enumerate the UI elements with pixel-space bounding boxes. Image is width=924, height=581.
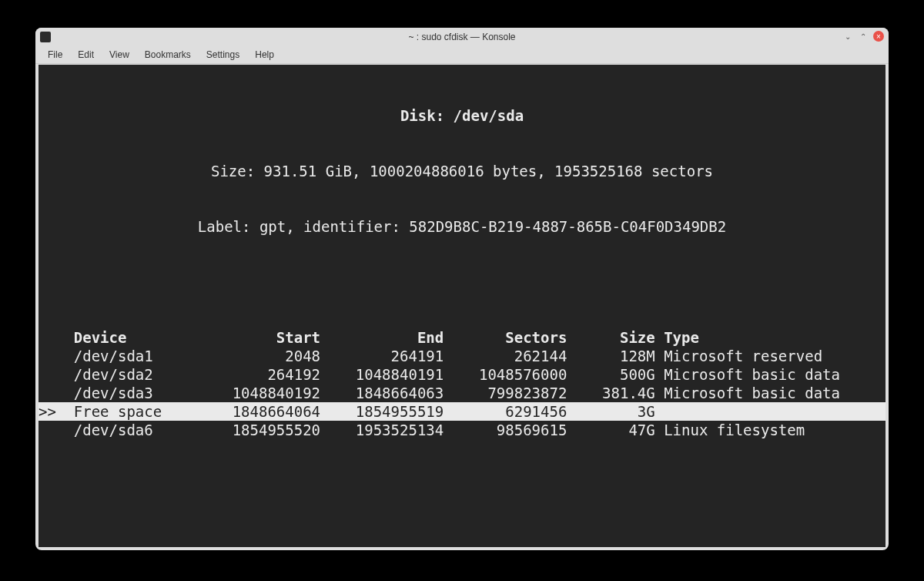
menu-file[interactable]: File — [40, 48, 70, 62]
menu-view[interactable]: View — [102, 48, 137, 62]
spacer — [38, 495, 886, 547]
close-button[interactable]: × — [873, 31, 884, 42]
partition-table: Device Start End Sectors Size Type /dev/… — [38, 328, 886, 439]
menu-edit[interactable]: Edit — [70, 48, 102, 62]
disk-size-line: Size: 931.51 GiB, 1000204886016 bytes, 1… — [38, 162, 886, 180]
disk-label: Disk: — [400, 107, 454, 124]
menu-help[interactable]: Help — [247, 48, 282, 62]
disk-path: /dev/sda — [454, 107, 524, 124]
table-row[interactable]: >> Free space 1848664064 1854955519 6291… — [38, 402, 886, 421]
menu-settings[interactable]: Settings — [199, 48, 247, 62]
minimize-button[interactable]: ⌄ — [842, 31, 853, 42]
table-header-row: Device Start End Sectors Size Type — [38, 328, 886, 347]
menu-bookmarks[interactable]: Bookmarks — [137, 48, 199, 62]
menubar: File Edit View Bookmarks Settings Help — [35, 46, 889, 64]
maximize-button[interactable]: ⌃ — [858, 31, 869, 42]
table-row[interactable]: /dev/sda2 264192 1048840191 1048576000 5… — [38, 365, 886, 384]
terminal-viewport[interactable]: Disk: /dev/sda Size: 931.51 GiB, 1000204… — [38, 65, 886, 547]
table-row[interactable]: /dev/sda1 2048 264191 262144 128M Micros… — [38, 347, 886, 365]
konsole-window: ~ : sudo cfdisk — Konsole ⌄ ⌃ × File Edi… — [35, 28, 889, 550]
window-title: ~ : sudo cfdisk — Konsole — [35, 32, 889, 42]
blank-line — [38, 273, 886, 291]
app-icon — [40, 32, 51, 42]
window-controls: ⌄ ⌃ × — [842, 31, 884, 42]
table-row[interactable]: /dev/sda3 1048840192 1848664063 79982387… — [38, 384, 886, 402]
disk-label-line: Label: gpt, identifier: 582D9B8C-B219-48… — [38, 217, 886, 236]
disk-header: Disk: /dev/sda — [38, 106, 886, 125]
table-row[interactable]: /dev/sda6 1854955520 1953525134 98569615… — [38, 421, 886, 439]
window-titlebar: ~ : sudo cfdisk — Konsole ⌄ ⌃ × — [35, 28, 889, 46]
